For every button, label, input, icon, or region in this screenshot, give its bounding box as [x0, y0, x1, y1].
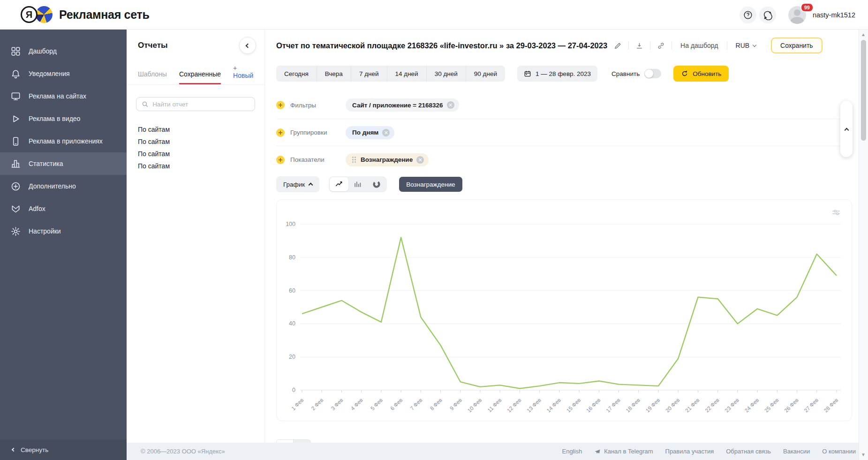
x-axis-tick-label: 15 Фев [566, 397, 582, 414]
username[interactable]: nasty-mk1512 [813, 11, 855, 19]
refresh-button[interactable]: Обновить [673, 66, 729, 82]
tab-saved[interactable]: Сохраненные [179, 70, 221, 84]
vertical-scrollbar[interactable]: ▲ ▼ [859, 30, 868, 460]
save-button[interactable]: Сохранить [771, 38, 823, 53]
sidebar-item-3[interactable]: Реклама в видео [0, 107, 127, 130]
filter-row-1: ГруппировкиПо дням✕ [276, 119, 852, 146]
y-axis-tick-label: 100 [286, 221, 295, 227]
footer-link-5[interactable]: О компании [822, 448, 856, 455]
period-preset-1[interactable]: Вчера [317, 66, 351, 82]
download-icon [635, 42, 643, 50]
add-1-button[interactable] [276, 128, 285, 137]
x-axis-tick-label: 4 Фев [350, 397, 364, 411]
footer-link-0[interactable]: English [562, 448, 582, 455]
footer-link-4[interactable]: Вакансии [783, 448, 810, 455]
refresh-icon [681, 70, 688, 77]
date-range-value: 1 — 28 февр. 2023 [536, 70, 591, 77]
edit-title-button[interactable] [607, 42, 628, 50]
period-preset-0[interactable]: Сегодня [276, 66, 317, 82]
feedback-button[interactable] [759, 7, 776, 23]
chip-close-icon[interactable]: ✕ [416, 156, 424, 164]
chart-settings-icon[interactable] [831, 207, 841, 218]
main-content: Отчет по тематической площадке 2168326 «… [265, 30, 861, 460]
filter-chip[interactable]: По дням✕ [346, 126, 394, 139]
app-logo[interactable]: Я Рекламная сеть [21, 6, 149, 23]
compare-toggle[interactable] [644, 69, 661, 78]
search-icon [141, 100, 149, 108]
sidebar-item-2[interactable]: Реклама на сайтах [0, 85, 127, 107]
copy-link-button[interactable] [650, 42, 672, 50]
filters-block: ФильтрыСайт / приложение = 2168326✕Групп… [276, 91, 852, 173]
report-list-item[interactable]: По сайтам [127, 136, 264, 148]
x-axis-tick-label: 19 Фев [645, 397, 661, 414]
chip-close-icon[interactable]: ✕ [382, 129, 390, 136]
y-axis-tick-label: 80 [289, 254, 295, 261]
new-report-button[interactable]: + Новый [233, 64, 253, 84]
metric-button[interactable]: Вознаграждение [399, 177, 462, 192]
filter-chip[interactable]: Сайт / приложение = 2168326✕ [346, 98, 459, 112]
footer-link-label: О компании [822, 448, 856, 455]
user-avatar[interactable]: 99 [788, 6, 806, 24]
bar-chart-type-button[interactable] [348, 177, 367, 191]
bar-chart-icon [353, 180, 362, 189]
drag-handle-icon[interactable] [352, 157, 356, 163]
tab-templates[interactable]: Шаблоны [138, 70, 167, 84]
period-preset-2[interactable]: 7 дней [351, 66, 387, 82]
pie-chart-type-button[interactable] [367, 177, 386, 191]
x-axis-tick-label: 1 Фев [290, 397, 304, 411]
x-axis-tick-label: 26 Фев [783, 397, 800, 414]
view-mode-dropdown[interactable]: График [276, 176, 319, 192]
topbar: Я Рекламная сеть 99 nasty-mk1512 [0, 0, 868, 30]
report-list-item[interactable]: По сайтам [127, 160, 264, 172]
sidebar-item-5[interactable]: Статистика [0, 152, 127, 175]
sidebar-item-6[interactable]: Дополнительно [0, 175, 127, 197]
footer-link-1[interactable]: Канал в Telegram [594, 448, 653, 455]
sidebar-collapse-button[interactable]: Свернуть [0, 439, 127, 460]
sidebar-item-8[interactable]: Настройки [0, 220, 127, 242]
search-input[interactable] [152, 101, 250, 108]
footer-link-label: Обратная связь [726, 448, 771, 455]
filter-chip[interactable]: Вознаграждение✕ [346, 153, 429, 166]
sidebar-item-label: Реклама на сайтах [29, 92, 86, 100]
x-axis-tick-label: 10 Фев [467, 397, 483, 414]
report-search[interactable] [136, 97, 255, 111]
add-2-button[interactable] [276, 156, 285, 164]
scroll-down-arrow-icon[interactable]: ▼ [861, 452, 866, 457]
panel-collapse-button[interactable] [239, 37, 256, 54]
link-icon [657, 42, 665, 50]
footer-link-2[interactable]: Правила участия [665, 448, 714, 455]
sidebar-item-7[interactable]: Adfox [0, 197, 127, 220]
period-preset-3[interactable]: 14 дней [387, 66, 427, 82]
x-axis-tick-label: 21 Фев [684, 397, 701, 414]
scrollbar-thumb[interactable] [861, 40, 866, 141]
help-button[interactable] [740, 7, 756, 23]
sidebar-item-label: Уведомления [29, 70, 70, 77]
reports-panel-title: Отчеты [138, 41, 168, 50]
add-0-button[interactable] [276, 101, 285, 109]
scroll-up-arrow-icon[interactable]: ▲ [861, 32, 866, 37]
footer-link-3[interactable]: Обратная связь [726, 448, 771, 455]
sidebar-item-1[interactable]: Уведомления [0, 62, 127, 85]
date-range-button[interactable]: 1 — 28 февр. 2023 [517, 66, 597, 82]
download-button[interactable] [629, 42, 650, 50]
currency-select[interactable]: RUB [727, 42, 765, 49]
sidebar-item-4[interactable]: Реклама в приложениях [0, 130, 127, 152]
reports-tabs: Шаблоны Сохраненные + Новый [127, 64, 264, 85]
chip-label: По дням [352, 129, 378, 136]
filter-row-2: ПоказателиВознаграждение✕ [276, 146, 852, 173]
collapse-filters-button[interactable] [840, 101, 853, 157]
report-list-item[interactable]: По сайтам [127, 148, 264, 160]
line-chart-type-button[interactable] [330, 177, 348, 191]
chip-close-icon[interactable]: ✕ [447, 101, 454, 109]
view-mode-label: График [283, 181, 305, 188]
sidebar-item-0[interactable]: Дашборд [0, 40, 127, 62]
x-axis-tick-label: 7 Фев [409, 397, 423, 411]
question-icon [743, 10, 753, 20]
period-preset-5[interactable]: 90 дней [466, 66, 505, 82]
sidebar-item-label: Реклама в видео [29, 115, 80, 122]
chart-type-switcher [329, 176, 387, 192]
sidebar-item-label: Дополнительно [29, 182, 76, 190]
to-dashboard-button[interactable]: На дашборд [672, 42, 726, 49]
period-preset-4[interactable]: 30 дней [427, 66, 466, 82]
report-list-item[interactable]: По сайтам [127, 123, 264, 136]
